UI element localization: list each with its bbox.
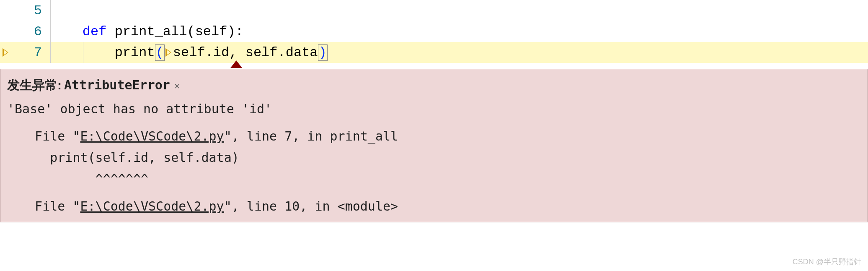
traceback-code-1: print(self.id, self.data) [20,147,861,168]
code-line-7-current[interactable]: 7 print(self.id, self.data) [0,42,868,63]
code-content[interactable]: print(self.id, self.data) [50,42,868,63]
exception-title-prefix: 发生异常: [7,74,62,96]
error-triangle-icon [230,60,242,68]
attr-data: data [286,45,318,60]
exception-panel: 发生异常: AttributeError × 'Base' object has… [0,69,868,222]
close-icon[interactable]: × [174,79,180,95]
line-number: 5 [13,3,50,18]
code-editor[interactable]: 5 6 def print_all(self): 7 print(self.id… [0,0,868,63]
arg-self-2: self [245,45,278,60]
traceback-line-2: File "E:\Code\VSCode\2.py", line 10, in … [20,195,861,217]
code-content[interactable]: def print_all(self): [50,21,868,42]
colon: : [235,24,243,39]
traceback-file-link-1[interactable]: E:\Code\VSCode\2.py [80,129,224,143]
line-number: 6 [13,24,50,39]
param-self: self [195,24,227,39]
exception-message: 'Base' object has no attribute 'id' [7,98,861,120]
attr-id: id [213,45,229,60]
code-line-5[interactable]: 5 [0,0,868,21]
breakpoint-glyph[interactable] [0,48,13,57]
traceback-file-link-2[interactable]: E:\Code\VSCode\2.py [80,199,224,214]
exception-title-row: 发生异常: AttributeError × [7,74,861,96]
code-line-6[interactable]: 6 def print_all(self): [0,21,868,42]
code-content[interactable] [50,0,868,21]
close-paren: ) [318,44,328,61]
traceback-carets: ^^^^^^^ [20,168,861,190]
keyword-def: def [83,24,107,39]
line-number: 7 [13,45,50,60]
exception-error-type: AttributeError [64,74,170,96]
arg-self-1: self [173,45,205,60]
watermark: CSDN @半只野指针 [793,257,861,267]
open-paren: ( [155,44,165,61]
traceback-line-1: File "E:\Code\VSCode\2.py", line 7, in p… [20,125,861,147]
inline-run-icon[interactable] [165,48,171,57]
run-triangle-icon [3,48,8,57]
function-name: print_all [115,24,187,39]
call-print: print [115,45,155,60]
